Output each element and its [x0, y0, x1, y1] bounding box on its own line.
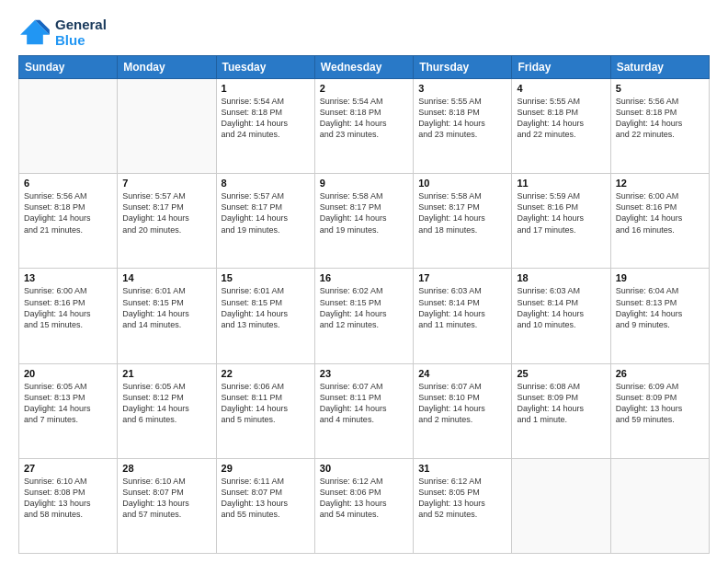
calendar-cell — [512, 458, 610, 553]
cell-info: Sunrise: 6:02 AM Sunset: 8:15 PM Dayligh… — [320, 285, 408, 330]
day-number: 24 — [418, 368, 506, 379]
calendar-cell: 17Sunrise: 6:03 AM Sunset: 8:14 PM Dayli… — [414, 269, 512, 363]
calendar-cell: 22Sunrise: 6:06 AM Sunset: 8:11 PM Dayli… — [216, 363, 314, 458]
day-header-tuesday: Tuesday — [216, 56, 314, 79]
day-number: 31 — [418, 463, 506, 474]
cell-info: Sunrise: 5:55 AM Sunset: 8:18 PM Dayligh… — [418, 96, 506, 141]
cell-info: Sunrise: 6:06 AM Sunset: 8:11 PM Dayligh… — [222, 381, 310, 426]
calendar-cell: 14Sunrise: 6:01 AM Sunset: 8:15 PM Dayli… — [118, 269, 216, 363]
cell-info: Sunrise: 6:07 AM Sunset: 8:11 PM Dayligh… — [320, 381, 408, 426]
calendar-cell: 2Sunrise: 5:54 AM Sunset: 8:18 PM Daylig… — [314, 79, 413, 174]
calendar-cell: 27Sunrise: 6:10 AM Sunset: 8:08 PM Dayli… — [19, 458, 118, 553]
calendar-cell: 25Sunrise: 6:08 AM Sunset: 8:09 PM Dayli… — [512, 363, 610, 458]
calendar-cell: 13Sunrise: 6:00 AM Sunset: 8:16 PM Dayli… — [19, 269, 118, 363]
day-number: 19 — [616, 272, 704, 283]
cell-info: Sunrise: 5:57 AM Sunset: 8:17 PM Dayligh… — [122, 190, 210, 236]
page: General Blue SundayMondayTuesdayWednesda… — [0, 0, 728, 563]
calendar-cell: 21Sunrise: 6:05 AM Sunset: 8:12 PM Dayli… — [118, 363, 216, 458]
cell-info: Sunrise: 5:55 AM Sunset: 8:18 PM Dayligh… — [517, 96, 605, 141]
day-number: 9 — [320, 178, 408, 189]
day-number: 20 — [24, 368, 112, 379]
calendar-cell: 9Sunrise: 5:58 AM Sunset: 8:17 PM Daylig… — [314, 174, 413, 269]
day-number: 11 — [517, 178, 605, 189]
day-number: 3 — [418, 83, 506, 94]
cell-info: Sunrise: 5:57 AM Sunset: 8:17 PM Dayligh… — [222, 190, 310, 236]
cell-info: Sunrise: 6:10 AM Sunset: 8:08 PM Dayligh… — [24, 476, 112, 521]
calendar-cell: 20Sunrise: 6:05 AM Sunset: 8:13 PM Dayli… — [19, 363, 118, 458]
cell-info: Sunrise: 6:05 AM Sunset: 8:13 PM Dayligh… — [24, 381, 112, 426]
day-number: 5 — [616, 83, 704, 94]
day-header-saturday: Saturday — [610, 56, 709, 79]
cell-info: Sunrise: 5:56 AM Sunset: 8:18 PM Dayligh… — [24, 190, 112, 236]
day-number: 7 — [122, 178, 210, 189]
calendar-cell: 31Sunrise: 6:12 AM Sunset: 8:05 PM Dayli… — [414, 458, 512, 553]
svg-marker-0 — [20, 20, 50, 44]
day-number: 25 — [517, 368, 605, 379]
cell-info: Sunrise: 6:03 AM Sunset: 8:14 PM Dayligh… — [418, 285, 506, 330]
day-number: 23 — [320, 368, 408, 379]
day-header-monday: Monday — [118, 56, 216, 79]
cell-info: Sunrise: 6:12 AM Sunset: 8:05 PM Dayligh… — [418, 476, 506, 521]
week-row-3: 20Sunrise: 6:05 AM Sunset: 8:13 PM Dayli… — [19, 363, 710, 458]
day-header-friday: Friday — [512, 56, 610, 79]
logo: General Blue — [18, 17, 107, 48]
cell-info: Sunrise: 6:09 AM Sunset: 8:09 PM Dayligh… — [616, 381, 704, 426]
calendar-cell: 8Sunrise: 5:57 AM Sunset: 8:17 PM Daylig… — [216, 174, 314, 269]
calendar-cell: 15Sunrise: 6:01 AM Sunset: 8:15 PM Dayli… — [216, 269, 314, 363]
day-number: 18 — [517, 272, 605, 283]
calendar-cell: 6Sunrise: 5:56 AM Sunset: 8:18 PM Daylig… — [19, 174, 118, 269]
cell-info: Sunrise: 5:56 AM Sunset: 8:18 PM Dayligh… — [616, 96, 704, 141]
cell-info: Sunrise: 5:58 AM Sunset: 8:17 PM Dayligh… — [418, 190, 506, 236]
calendar-cell — [19, 79, 118, 174]
day-number: 1 — [222, 83, 310, 94]
header: General Blue — [18, 17, 710, 48]
cell-info: Sunrise: 6:01 AM Sunset: 8:15 PM Dayligh… — [122, 285, 210, 330]
cell-info: Sunrise: 6:00 AM Sunset: 8:16 PM Dayligh… — [616, 190, 704, 236]
cell-info: Sunrise: 6:00 AM Sunset: 8:16 PM Dayligh… — [24, 285, 112, 330]
calendar-cell: 11Sunrise: 5:59 AM Sunset: 8:16 PM Dayli… — [512, 174, 610, 269]
week-row-4: 27Sunrise: 6:10 AM Sunset: 8:08 PM Dayli… — [19, 458, 710, 553]
calendar-cell: 24Sunrise: 6:07 AM Sunset: 8:10 PM Dayli… — [414, 363, 512, 458]
calendar-cell: 12Sunrise: 6:00 AM Sunset: 8:16 PM Dayli… — [610, 174, 709, 269]
day-number: 4 — [517, 83, 605, 94]
calendar-cell: 7Sunrise: 5:57 AM Sunset: 8:17 PM Daylig… — [118, 174, 216, 269]
calendar-cell: 29Sunrise: 6:11 AM Sunset: 8:07 PM Dayli… — [216, 458, 314, 553]
day-number: 14 — [122, 272, 210, 283]
day-number: 21 — [122, 368, 210, 379]
calendar-cell: 18Sunrise: 6:03 AM Sunset: 8:14 PM Dayli… — [512, 269, 610, 363]
calendar-cell: 3Sunrise: 5:55 AM Sunset: 8:18 PM Daylig… — [414, 79, 512, 174]
calendar-cell: 16Sunrise: 6:02 AM Sunset: 8:15 PM Dayli… — [314, 269, 413, 363]
cell-info: Sunrise: 6:03 AM Sunset: 8:14 PM Dayligh… — [517, 285, 605, 330]
week-row-2: 13Sunrise: 6:00 AM Sunset: 8:16 PM Dayli… — [19, 269, 710, 363]
cell-info: Sunrise: 6:04 AM Sunset: 8:13 PM Dayligh… — [616, 285, 704, 330]
day-number: 13 — [24, 272, 112, 283]
cell-info: Sunrise: 6:08 AM Sunset: 8:09 PM Dayligh… — [517, 381, 605, 426]
day-number: 27 — [24, 463, 112, 474]
day-number: 10 — [418, 178, 506, 189]
day-header-thursday: Thursday — [414, 56, 512, 79]
day-number: 8 — [222, 178, 310, 189]
calendar-cell: 28Sunrise: 6:10 AM Sunset: 8:07 PM Dayli… — [118, 458, 216, 553]
day-number: 15 — [222, 272, 310, 283]
cell-info: Sunrise: 5:59 AM Sunset: 8:16 PM Dayligh… — [517, 190, 605, 236]
cell-info: Sunrise: 6:10 AM Sunset: 8:07 PM Dayligh… — [122, 476, 210, 521]
day-number: 28 — [122, 463, 210, 474]
calendar-cell — [610, 458, 709, 553]
day-number: 26 — [616, 368, 704, 379]
day-number: 2 — [320, 83, 408, 94]
day-header-wednesday: Wednesday — [314, 56, 413, 79]
day-number: 6 — [24, 178, 112, 189]
calendar-cell: 1Sunrise: 5:54 AM Sunset: 8:18 PM Daylig… — [216, 79, 314, 174]
day-number: 22 — [222, 368, 310, 379]
week-row-0: 1Sunrise: 5:54 AM Sunset: 8:18 PM Daylig… — [19, 79, 710, 174]
cell-info: Sunrise: 6:05 AM Sunset: 8:12 PM Dayligh… — [122, 381, 210, 426]
day-number: 16 — [320, 272, 408, 283]
calendar-cell: 19Sunrise: 6:04 AM Sunset: 8:13 PM Dayli… — [610, 269, 709, 363]
cell-info: Sunrise: 6:07 AM Sunset: 8:10 PM Dayligh… — [418, 381, 506, 426]
calendar-cell: 4Sunrise: 5:55 AM Sunset: 8:18 PM Daylig… — [512, 79, 610, 174]
calendar-table: SundayMondayTuesdayWednesdayThursdayFrid… — [18, 55, 710, 554]
cell-info: Sunrise: 6:12 AM Sunset: 8:06 PM Dayligh… — [320, 476, 408, 521]
logo-icon — [18, 18, 51, 46]
calendar-cell: 23Sunrise: 6:07 AM Sunset: 8:11 PM Dayli… — [314, 363, 413, 458]
cell-info: Sunrise: 5:54 AM Sunset: 8:18 PM Dayligh… — [320, 96, 408, 141]
